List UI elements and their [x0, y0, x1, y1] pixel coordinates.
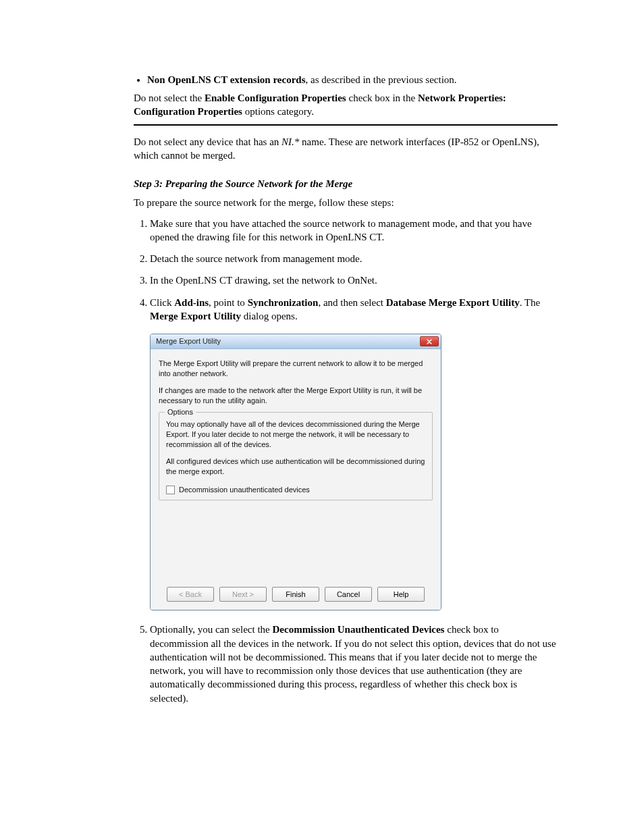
decommission-checkbox[interactable]: [166, 486, 175, 494]
help-button[interactable]: Help: [377, 587, 425, 602]
finish-button[interactable]: Finish: [272, 587, 319, 602]
para-config-props: Do not select the Enable Configuration P…: [134, 91, 558, 119]
bullet-list: Non OpenLNS CT extension records, as des…: [134, 74, 558, 86]
bullet-item: Non OpenLNS CT extension records: [147, 74, 305, 85]
dialog-text-1: The Merge Export Utility will prepare th…: [159, 359, 433, 379]
step3-list: Make sure that you have attached the sou…: [134, 217, 558, 705]
para-ni: Do not select any device that has an NI.…: [134, 135, 558, 163]
step3-intro: To prepare the source network for the me…: [134, 196, 558, 209]
options-groupbox: Options You may optionally have all of t…: [159, 412, 433, 500]
dialog-titlebar: Merge Export Utility: [151, 334, 441, 349]
step3-heading: Step 3: Preparing the Source Network for…: [134, 177, 558, 190]
close-icon[interactable]: [420, 336, 439, 346]
merge-export-dialog: Merge Export Utility The Merge Export Ut…: [150, 334, 441, 610]
step3-item-3: In the OpenLNS CT drawing, set the netwo…: [150, 273, 558, 287]
cancel-button[interactable]: Cancel: [325, 587, 372, 602]
next-button[interactable]: Next >: [219, 587, 267, 602]
options-text-2: All configured devices which use authent…: [166, 457, 425, 477]
options-text-1: You may optionally have all of the devic…: [166, 419, 425, 450]
dialog-text-2: If changes are made to the network after…: [159, 386, 433, 406]
back-button[interactable]: < Back: [167, 587, 214, 602]
dialog-button-row: < Back Next > Finish Cancel Help: [151, 581, 441, 610]
section-divider: [134, 124, 558, 126]
step3-item-4: Click Add-ins, point to Synchronization,…: [150, 296, 558, 611]
step3-item-5: Optionally, you can select the Decommiss…: [150, 623, 558, 705]
options-legend: Options: [165, 407, 196, 417]
dialog-title: Merge Export Utility: [156, 336, 221, 346]
bullet-tail: , as described in the previous section.: [305, 74, 456, 85]
step3-item-2: Detach the source network from managemen…: [150, 252, 558, 265]
decommission-checkbox-label: Decommission unauthenticated devices: [179, 485, 310, 495]
step3-item-1: Make sure that you have attached the sou…: [150, 217, 558, 244]
